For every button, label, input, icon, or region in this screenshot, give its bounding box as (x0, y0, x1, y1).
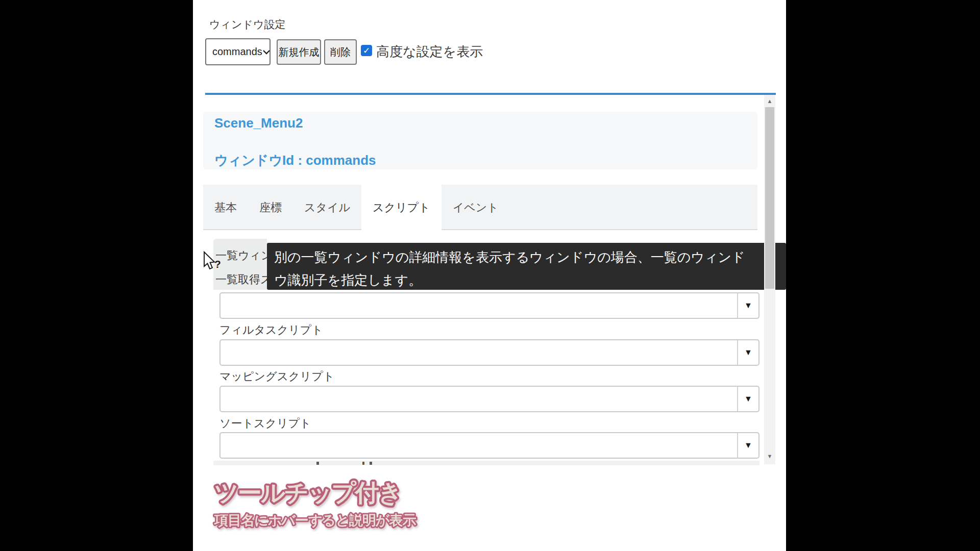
dropdown-arrow-icon: ▼ (738, 433, 758, 458)
window-select-value: commands (212, 46, 262, 58)
dropdown-arrow-icon: ▼ (738, 293, 758, 318)
clipped-row-fragment (213, 461, 760, 465)
mapping-script-label[interactable]: マッピングスクリプト (219, 369, 334, 384)
delete-button[interactable]: 削除 (324, 39, 357, 65)
tooltip-line: ウ識別子を指定します。 (274, 271, 422, 289)
footer-subline-art: 項目名にホバーすると説明が表示 (208, 508, 453, 533)
mapping-script-combobox[interactable]: ▼ (219, 386, 760, 412)
checkbox-check-icon: ✓ (363, 45, 370, 56)
tooltip-line: 別の一覧ウィンドウの詳細情報を表示するウィンドウの場合、一覧のウィンド (274, 248, 745, 266)
advanced-settings-checkbox[interactable]: ✓ (361, 45, 372, 56)
footer-headline: ツールチップ付き (214, 479, 402, 506)
mouse-cursor-icon: ? (201, 251, 225, 276)
panel-top-border (205, 93, 776, 95)
create-new-button[interactable]: 新規作成 (277, 39, 321, 65)
dropdown-arrow-icon: ▼ (738, 387, 758, 411)
screenshot-stage: ウィンドウ設定 commands 新規作成 削除 ✓ 高度な設定を表示 Scen… (0, 0, 980, 551)
scroll-up-icon[interactable]: ▲ (764, 98, 775, 104)
filter-script-combobox[interactable]: ▼ (219, 339, 760, 366)
filter-script-label[interactable]: フィルタスクリプト (219, 322, 323, 338)
footer-headline-art: ツールチップ付き (208, 473, 443, 511)
tab-strip: 基本 座標 スタイル スクリプト イベント (203, 185, 757, 230)
tab-coordinates[interactable]: 座標 (248, 185, 293, 230)
dropdown-arrow-icon: ▼ (738, 340, 758, 365)
tab-event[interactable]: イベント (442, 185, 510, 230)
tab-script[interactable]: スクリプト (361, 185, 442, 230)
tooltip: 別の一覧ウィンドウの詳細情報を表示するウィンドウの場合、一覧のウィンド ウ識別子… (267, 243, 786, 290)
help-question-icon: ? (214, 258, 221, 270)
footer-subline: 項目名にホバーすると説明が表示 (214, 513, 416, 528)
window-settings-title: ウィンドウ設定 (209, 17, 285, 32)
tab-style[interactable]: スタイル (293, 185, 361, 230)
sort-script-label[interactable]: ソートスクリプト (219, 416, 311, 431)
scrollbar[interactable]: ▲ ▼ (764, 95, 775, 464)
scroll-thumb[interactable] (765, 107, 774, 289)
scroll-down-icon[interactable]: ▼ (764, 453, 775, 459)
tab-basic[interactable]: 基本 (203, 185, 248, 230)
list-acquire-script-combobox[interactable]: ▼ (219, 292, 760, 319)
chevron-down-icon (262, 47, 271, 57)
advanced-settings-label[interactable]: 高度な設定を表示 (376, 43, 483, 61)
scene-heading: Scene_Menu2 (214, 115, 303, 131)
sort-script-combobox[interactable]: ▼ (219, 432, 760, 459)
window-select[interactable]: commands (205, 38, 271, 65)
window-id-heading: ウィンドウId : commands (214, 152, 376, 169)
